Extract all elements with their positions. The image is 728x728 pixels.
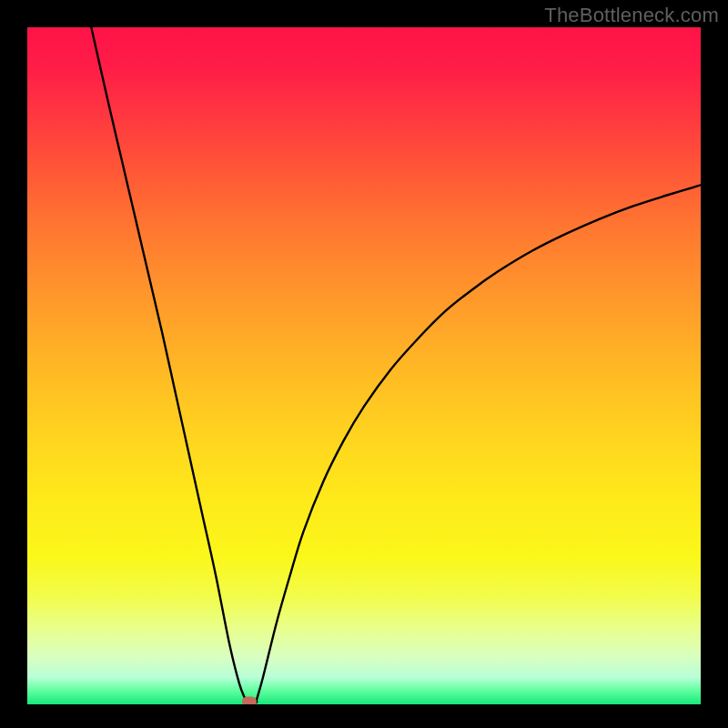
bottleneck-curve (91, 27, 701, 703)
chart-frame: TheBottleneck.com (0, 0, 728, 728)
watermark-text: TheBottleneck.com (544, 4, 719, 27)
optimal-point-marker (242, 697, 257, 705)
curve-svg (27, 27, 701, 704)
plot-area (27, 27, 701, 704)
